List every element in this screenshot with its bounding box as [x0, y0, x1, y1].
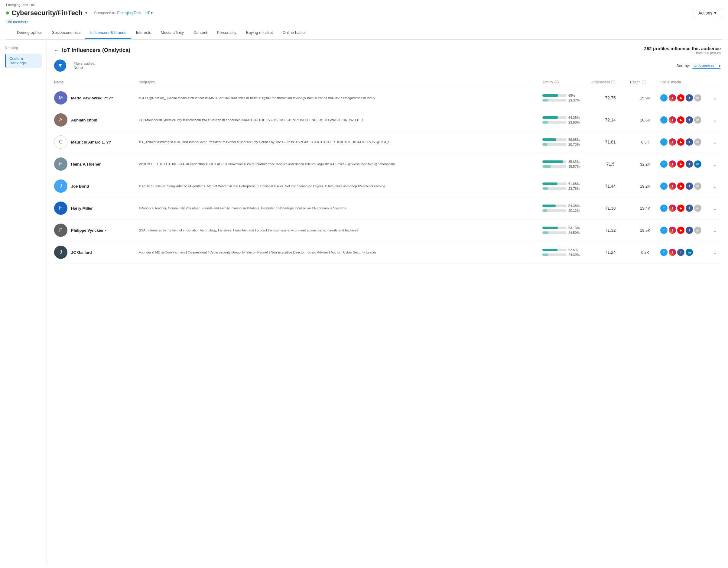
- social-instagram-icon[interactable]: I: [669, 183, 676, 190]
- expand-button[interactable]: ⌄: [709, 227, 721, 234]
- expand-button[interactable]: ⌄: [709, 183, 721, 190]
- influencer-name[interactable]: JC Gaillard: [71, 250, 92, 255]
- social-twitter-icon[interactable]: T: [660, 183, 668, 190]
- tab-online-habits[interactable]: Online habits: [278, 27, 310, 39]
- social-twitter-icon[interactable]: T: [660, 249, 668, 256]
- top-bar: Emerging Tech - IoT Cybersecurity/FinTec…: [0, 0, 728, 40]
- social-facebook-icon[interactable]: f: [686, 161, 693, 168]
- social-linkedin-grey-icon[interactable]: in: [694, 138, 701, 146]
- main-content: ← IoT Influencers (Onalytica) 252 profil…: [47, 40, 728, 566]
- affinity-info-icon[interactable]: i: [554, 80, 559, 84]
- tab-media-affinity[interactable]: Media affinity: [156, 27, 189, 39]
- social-linkedin-grey-icon[interactable]: in: [694, 116, 701, 124]
- social-twitter-icon[interactable]: T: [660, 161, 668, 168]
- tab-demographics[interactable]: Demographics: [12, 27, 47, 39]
- social-youtube-icon[interactable]: ▶: [677, 161, 684, 168]
- social-twitter-icon[interactable]: T: [660, 94, 668, 102]
- tab-content[interactable]: Content: [189, 27, 212, 39]
- affinity-bottom-pct: 23.78%: [568, 187, 580, 190]
- social-youtube-icon[interactable]: ▶: [677, 138, 684, 146]
- tab-socioeconomics[interactable]: Socioeconomics: [47, 27, 86, 39]
- expand-button[interactable]: ⌄: [709, 95, 721, 101]
- sidebar-title: Ranking: [5, 46, 42, 50]
- expand-button[interactable]: ⌄: [709, 205, 721, 212]
- influencer-name[interactable]: Heinz V. Hoenen: [71, 162, 102, 167]
- influencer-row: P Philippe Vynckier - (DIA) Interested i…: [54, 219, 721, 242]
- actions-button[interactable]: Actions ▾: [693, 8, 722, 18]
- affinity-bar-top-fill: [542, 94, 558, 97]
- bio-cell: CEO-founder #CyberSecurity #Blockchain #…: [139, 118, 542, 123]
- social-linkedin-grey-icon[interactable]: in: [694, 205, 701, 212]
- influencer-name[interactable]: Joe Bond: [71, 184, 89, 189]
- tab-influencers-brands[interactable]: Influencers & brands: [85, 27, 131, 39]
- social-facebook-icon[interactable]: f: [686, 116, 693, 124]
- influencer-name[interactable]: Philippe Vynckier -: [71, 228, 106, 233]
- expand-button[interactable]: ⌄: [709, 249, 721, 256]
- col-biography: Biography: [139, 80, 542, 84]
- affinity-bar-top-fill: [542, 227, 558, 229]
- social-cell: TI▶fin: [660, 205, 709, 212]
- social-twitter-icon[interactable]: T: [660, 205, 668, 212]
- social-youtube-icon[interactable]: ▶: [677, 205, 684, 212]
- social-instagram-icon[interactable]: I: [669, 116, 676, 124]
- back-button[interactable]: ←: [54, 48, 59, 53]
- social-twitter-icon[interactable]: T: [660, 116, 668, 124]
- expand-button[interactable]: ⌄: [709, 117, 721, 123]
- social-instagram-icon[interactable]: I: [669, 249, 676, 256]
- affinity-bar-top-bg: [542, 116, 567, 119]
- tab-personality[interactable]: Personality: [212, 27, 241, 39]
- section-title: IoT Influencers (Onalytica): [62, 47, 130, 54]
- social-linkedin-grey-icon[interactable]: in: [694, 227, 701, 234]
- affinity-bar-bottom-bg: [542, 143, 567, 146]
- sort-select[interactable]: Uniqueness Affinity Reach: [692, 63, 720, 69]
- social-facebook-icon[interactable]: f: [686, 227, 693, 234]
- filter-button[interactable]: [54, 60, 66, 72]
- social-instagram-icon[interactable]: I: [669, 227, 676, 234]
- affinity-bar-bottom-fill: [542, 143, 548, 146]
- audience-dropdown[interactable]: ▾: [85, 11, 87, 15]
- social-facebook-icon[interactable]: f: [686, 205, 693, 212]
- social-linkedin-icon[interactable]: in: [694, 161, 701, 168]
- influencer-row: H Harry Miller #Robotics Teacher, Commun…: [54, 197, 721, 219]
- affinity-bar-bottom-fill: [542, 187, 548, 190]
- social-instagram-icon[interactable]: I: [669, 138, 676, 146]
- expand-button[interactable]: ⌄: [709, 139, 721, 145]
- name-cell: P Philippe Vynckier -: [54, 224, 139, 237]
- influencer-name[interactable]: Mauricio Amaro L. ??: [71, 140, 111, 145]
- expand-button[interactable]: ⌄: [709, 161, 721, 167]
- social-instagram-icon[interactable]: I: [669, 205, 676, 212]
- social-instagram-icon[interactable]: I: [669, 161, 676, 168]
- social-facebook-icon[interactable]: f: [686, 94, 693, 102]
- uniqueness-info-icon[interactable]: i: [611, 80, 615, 84]
- affinity-cell: 65% 23.37%: [542, 94, 591, 102]
- affinity-bar-top-fill: [542, 138, 556, 141]
- compared-to-link[interactable]: Emerging Tech - IoT: [117, 11, 150, 15]
- social-facebook-icon[interactable]: f: [686, 138, 693, 146]
- reach-info-icon[interactable]: i: [642, 80, 646, 84]
- tab-interests[interactable]: Interests: [131, 27, 156, 39]
- social-twitter-icon[interactable]: T: [660, 227, 668, 234]
- affinity-cell: 54.38% 20.12%: [542, 204, 591, 213]
- sidebar-item-custom-rankings[interactable]: Custom Rankings: [5, 54, 42, 68]
- influencer-row: C Mauricio Amaro L. ?? #IT_Thinker #stra…: [54, 131, 721, 153]
- social-youtube-icon[interactable]: ▶: [677, 183, 684, 190]
- influencer-name[interactable]: Aghiath chbib: [71, 118, 97, 122]
- bio-cell: #IT_Thinker #strategist #CIO and #WineLo…: [139, 140, 542, 145]
- bio-cell: (DIA) Interested in the field of informa…: [139, 228, 542, 233]
- social-linkedin-grey-icon[interactable]: in: [694, 183, 701, 190]
- social-linkedin-icon[interactable]: in: [686, 249, 693, 256]
- social-youtube-icon[interactable]: ▶: [677, 227, 684, 234]
- affinity-bar-top-fill: [542, 249, 557, 251]
- compared-to-dropdown[interactable]: ▾: [151, 11, 153, 15]
- tab-buying-mindset[interactable]: Buying mindset: [241, 27, 278, 39]
- social-facebook-icon[interactable]: f: [686, 183, 693, 190]
- social-youtube-icon[interactable]: ▶: [677, 116, 684, 124]
- social-twitter-icon[interactable]: T: [660, 138, 668, 146]
- social-instagram-icon[interactable]: I: [669, 94, 676, 102]
- affinity-bar-bottom-bg: [542, 232, 567, 234]
- influencer-name[interactable]: Mario Pawlowski ????: [71, 96, 113, 100]
- influencer-name[interactable]: Harry Miller: [71, 206, 93, 211]
- social-youtube-icon[interactable]: ▶: [677, 94, 684, 102]
- social-facebook-icon[interactable]: f: [677, 249, 684, 256]
- social-linkedin-grey-icon[interactable]: in: [694, 94, 701, 102]
